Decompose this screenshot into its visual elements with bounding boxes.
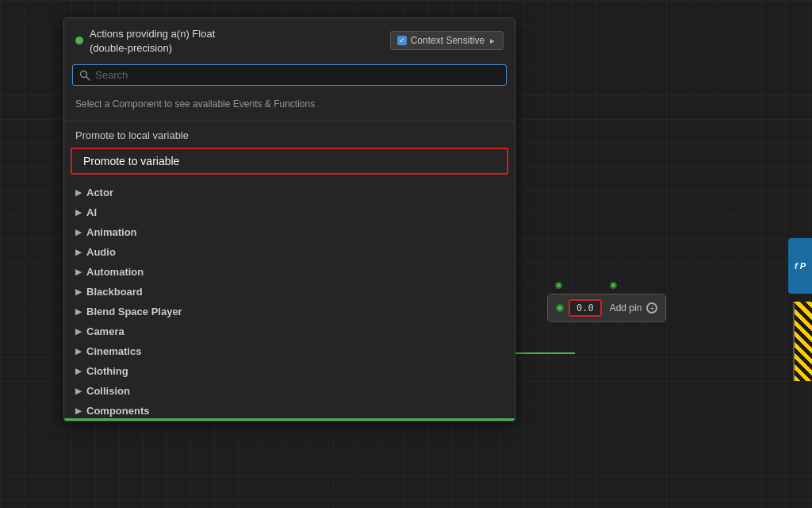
right-panel-icon: f P (795, 261, 806, 271)
warning-stripe-panel (793, 302, 812, 381)
search-icon (79, 70, 90, 81)
node-value-box[interactable]: 0.0 (569, 299, 602, 317)
arrow-icon-actor: ▶ (75, 188, 82, 197)
panel-content: Select a Component to see available Even… (64, 90, 515, 421)
context-sensitive-checkbox (397, 36, 407, 45)
category-clothing-label: Clothing (86, 365, 128, 377)
dropdown-panel: Actions providing a(n) Float (double-pre… (63, 17, 515, 421)
arrow-icon-camera: ▶ (75, 327, 82, 336)
arrow-icon-audio: ▶ (75, 248, 82, 256)
arrow-icon-ai: ▶ (75, 208, 82, 217)
category-blackboard[interactable]: ▶ Blackboard (64, 282, 515, 302)
header-title: Actions providing a(n) Float (double-pre… (90, 26, 215, 55)
category-cinematics[interactable]: ▶ Cinematics (64, 341, 515, 361)
category-automation-label: Automation (86, 266, 144, 278)
category-blend-space[interactable]: ▶ Blend Space Player (64, 302, 515, 321)
search-box (72, 64, 507, 86)
dropdown-header: Actions providing a(n) Float (double-pre… (64, 18, 515, 61)
category-animation-label: Animation (86, 226, 137, 238)
header-title-text: Actions providing a(n) Float (double-pre… (90, 28, 215, 54)
context-sensitive-button[interactable]: Context Sensitive ► (390, 31, 504, 50)
info-text: Select a Component to see available Even… (64, 90, 515, 117)
header-green-dot (75, 37, 83, 44)
arrow-icon-collision: ▶ (75, 387, 82, 395)
arrow-icon-blackboard: ▶ (75, 287, 82, 296)
add-pin-button[interactable]: + (646, 302, 657, 314)
category-actor[interactable]: ▶ Actor (64, 183, 515, 202)
arrow-icon-animation: ▶ (75, 228, 82, 237)
arrow-icon-automation: ▶ (75, 267, 82, 276)
category-animation[interactable]: ▶ Animation (64, 222, 515, 242)
category-blend-space-label: Blend Space Player (86, 306, 182, 318)
arrow-icon-blend-space: ▶ (75, 307, 82, 316)
add-pin-label: Add pin (610, 302, 642, 314)
right-side-panel: f P (788, 238, 812, 294)
node-pin-top-right (610, 282, 617, 289)
category-camera-label: Camera (86, 325, 124, 337)
category-ai-label: AI (86, 206, 97, 218)
node-widget: 0.0 Add pin + (547, 294, 666, 322)
category-collision-label: Collision (86, 385, 130, 397)
node-top-pins (555, 282, 617, 289)
search-container (64, 61, 515, 90)
promote-local-variable-item[interactable]: Promote to local variable (64, 125, 515, 146)
category-components-label: Components (86, 405, 149, 417)
chevron-right-icon: ► (488, 37, 496, 45)
category-automation[interactable]: ▶ Automation (64, 262, 515, 282)
green-bottom-bar (64, 418, 515, 421)
category-audio-label: Audio (86, 246, 116, 258)
arrow-icon-components: ▶ (75, 406, 82, 415)
divider-1 (64, 121, 515, 121)
category-actor-label: Actor (86, 187, 113, 198)
category-collision[interactable]: ▶ Collision (64, 381, 515, 401)
category-ai[interactable]: ▶ AI (64, 202, 515, 222)
category-cinematics-label: Cinematics (86, 345, 141, 357)
search-input[interactable] (95, 69, 500, 81)
header-title-group: Actions providing a(n) Float (double-pre… (75, 26, 215, 55)
node-pin-green[interactable] (556, 304, 564, 312)
arrow-icon-cinematics: ▶ (75, 347, 82, 356)
arrow-icon-clothing: ▶ (75, 367, 82, 375)
promote-variable-item[interactable]: Promote to variable (71, 148, 508, 175)
svg-line-1 (86, 76, 90, 80)
category-blackboard-label: Blackboard (86, 286, 143, 298)
context-sensitive-label: Context Sensitive (411, 35, 485, 46)
category-camera[interactable]: ▶ Camera (64, 321, 515, 341)
category-clothing[interactable]: ▶ Clothing (64, 361, 515, 381)
node-pin-top-left (555, 282, 562, 289)
spacer (64, 176, 515, 183)
category-audio[interactable]: ▶ Audio (64, 242, 515, 262)
